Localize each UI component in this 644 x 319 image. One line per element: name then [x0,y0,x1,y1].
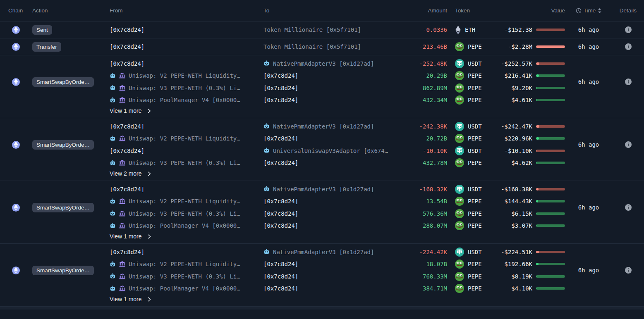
to-cell: [0x7c8d24] [263,133,388,145]
token-symbol[interactable]: PEPE [468,97,482,103]
token-cell: USDT [447,246,495,258]
details-info-icon[interactable] [625,43,632,50]
amount-value: -242.38K [419,123,447,130]
to-cell: [0x7c8d24] [263,94,388,107]
from-contract-link[interactable]: Uniswap: V3 PEPE-WETH (0.3%) Li… [129,160,240,166]
view-more-link[interactable]: View 1 more [110,232,263,243]
amount-value: 20.29B [426,72,447,79]
token-symbol[interactable]: USDT [468,186,482,193]
from-contract-link[interactable]: Uniswap: PoolManager V4 [0x0000… [129,97,240,103]
token-symbol[interactable]: PEPE [468,160,482,166]
column-header-from: From [110,0,263,21]
to-address-link[interactable]: [0x7c8d24] [263,261,298,267]
from-contract-link[interactable]: Uniswap: PoolManager V4 [0x0000… [129,222,240,229]
from-address-link[interactable]: [0x7c8d24] [110,249,144,255]
clock-icon [576,8,582,14]
to-address-link[interactable]: [0x7c8d24] [263,285,298,292]
column-header-token: Token [447,0,495,21]
from-address-link[interactable]: [0x7c8d24] [110,43,144,50]
to-contract-link[interactable]: NativePmmAdapterV3 [0x1d27ad] [273,249,374,255]
from-contract-link[interactable]: Uniswap: V2 PEPE-WETH Liquidity… [129,72,240,79]
from-address-link[interactable]: [0x7c8d24] [110,60,144,67]
to-cell: NativePmmAdapterV3 [0x1d27ad] [263,183,388,195]
table-row-group: SmartSwapByOrde…[0x7c8d24]NativePmmAdapt… [0,181,644,244]
to-cell: NativePmmAdapterV3 [0x1d27ad] [263,246,388,258]
to-address-link[interactable]: [0x7c8d24] [263,198,298,205]
value-cell: $8.19K [495,270,565,283]
token-symbol[interactable]: PEPE [468,72,482,79]
action-cell: SmartSwapByOrde… [32,77,110,87]
token-symbol[interactable]: USDT [468,249,482,255]
to-contract-link[interactable]: NativePmmAdapterV3 [0x1d27ad] [273,186,374,193]
to-address-link[interactable]: [0x7c8d24] [263,135,298,142]
token-symbol[interactable]: USDT [468,148,482,154]
value-bar [536,45,565,48]
bank-icon [119,223,125,229]
amount-value: -0.0336 [423,26,447,33]
robot-icon [110,73,116,79]
to-contract-link[interactable]: Token Millionaire [0x5f7101] [263,43,361,50]
view-more-link[interactable]: View 1 more [110,106,263,118]
details-info-icon[interactable] [625,26,632,33]
from-contract-link[interactable]: Uniswap: V2 PEPE-WETH Liquidity… [129,135,240,142]
to-contract-link[interactable]: NativePmmAdapterV3 [0x1d27ad] [273,60,374,67]
token-cell: PEPE [447,38,495,55]
from-contract-link[interactable]: Uniswap: V2 PEPE-WETH Liquidity… [129,198,240,205]
to-address-link[interactable]: [0x7c8d24] [263,72,298,79]
value-cell: $216.41K [495,70,565,82]
ethereum-chain-icon [12,78,20,86]
token-symbol[interactable]: PEPE [468,198,482,205]
from-contract-link[interactable]: Uniswap: V3 PEPE-WETH (0.3%) Li… [129,273,240,280]
token-symbol[interactable]: PEPE [468,273,482,280]
view-more-link[interactable]: View 2 more [110,169,263,181]
token-symbol[interactable]: PEPE [468,261,482,267]
to-cell: [0x7c8d24] [263,207,388,220]
action-cell: SmartSwapByOrde… [32,140,110,150]
details-cell [612,21,644,38]
to-address-link[interactable]: [0x7c8d24] [263,210,298,217]
bank-icon [119,274,125,279]
usd-value: $220.96K [505,135,532,142]
chain-cell [0,21,32,38]
token-symbol[interactable]: PEPE [468,285,482,292]
to-address-link[interactable]: [0x7c8d24] [263,160,298,166]
from-contract-link[interactable]: Uniswap: PoolManager V4 [0x0000… [129,285,240,292]
token-cell: PEPE [447,82,495,94]
token-symbol[interactable]: ETH [465,26,475,33]
value-cell: $192.66K [495,258,565,271]
to-address-link[interactable]: [0x7c8d24] [263,97,298,103]
token-symbol[interactable]: PEPE [468,210,482,217]
details-info-icon[interactable] [625,204,632,211]
token-symbol[interactable]: PEPE [468,43,482,50]
view-more-link[interactable]: View 1 more [110,295,263,306]
from-address-link[interactable]: [0x7c8d24] [110,123,144,130]
from-cell: [0x7c8d24] [110,120,263,133]
token-symbol[interactable]: USDT [468,60,482,67]
from-address-link[interactable]: [0x7c8d24] [110,148,144,154]
details-info-icon[interactable] [625,141,632,148]
from-address-link[interactable]: [0x7c8d24] [110,186,144,193]
amount-cell: 13.54B [388,195,447,208]
to-contract-link[interactable]: Token Millionaire [0x5f7101] [263,26,361,33]
to-address-link[interactable]: [0x7c8d24] [263,85,298,91]
from-contract-link[interactable]: Uniswap: V3 PEPE-WETH (0.3%) Li… [129,210,240,217]
details-info-icon[interactable] [625,267,632,274]
details-info-icon[interactable] [625,79,632,85]
to-contract-link[interactable]: NativePmmAdapterV3 [0x1d27ad] [273,123,374,130]
to-contract-link[interactable]: UniversalUniswapV3Adaptor [0x674… [273,148,388,154]
from-contract-link[interactable]: Uniswap: V2 PEPE-WETH Liquidity… [129,261,240,267]
token-symbol[interactable]: PEPE [468,222,482,229]
to-address-link[interactable]: [0x7c8d24] [263,273,298,280]
to-cell: [0x7c8d24] [263,270,388,283]
token-symbol[interactable]: PEPE [468,135,482,142]
from-contract-link[interactable]: Uniswap: V3 PEPE-WETH (0.3%) Li… [129,85,240,91]
from-address-link[interactable]: [0x7c8d24] [110,26,144,33]
column-header-time[interactable]: Time [565,0,612,21]
column-header-label: Token [455,7,470,14]
to-address-link[interactable]: [0x7c8d24] [263,222,298,229]
token-symbol[interactable]: PEPE [468,85,482,91]
token-symbol[interactable]: USDT [468,123,482,130]
usd-value: $8.19K [511,273,532,280]
table-row: Transfer[0x7c8d24]Token Millionaire [0x5… [0,38,644,55]
amount-cell: 384.71M [388,283,447,295]
